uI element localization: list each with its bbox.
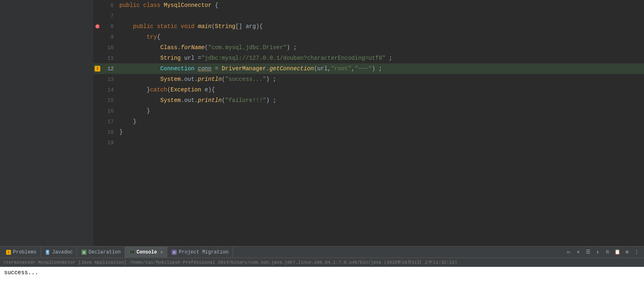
breakpoint-area-12: ! (93, 66, 102, 72)
left-sidebar (0, 0, 93, 246)
line-content-16[interactable]: } (118, 108, 644, 114)
copy-button[interactable]: ⎘ (603, 248, 612, 256)
console-icon: >_ (129, 249, 135, 255)
line-number-11: 11 (102, 55, 118, 61)
table-row: 6 public class MysqlConnector { (93, 0, 644, 11)
tab-console-close[interactable]: ✕ (160, 249, 163, 255)
more-button[interactable]: ⋮ (633, 248, 641, 256)
line-number-15: 15 (102, 98, 118, 104)
table-row: 7 (93, 11, 644, 21)
line-number-14: 14 (102, 87, 118, 93)
line-number-10: 10 (102, 45, 118, 51)
minimize-button[interactable]: ▭ (564, 248, 573, 256)
svg-text:M: M (173, 251, 175, 254)
tab-problems-label: Problems (13, 249, 37, 255)
tab-declaration-label: Declaration (89, 249, 121, 255)
svg-text:D: D (83, 251, 85, 254)
table-row: 19 (93, 137, 644, 148)
tab-problems[interactable]: ! Problems (2, 247, 41, 258)
table-row: 9 try{ (93, 32, 644, 42)
line-content-17[interactable]: } (118, 118, 644, 125)
line-content-14[interactable]: }catch(Exception e){ (118, 87, 644, 93)
line-number-6: 6 (102, 2, 118, 9)
warning-icon: ! (6, 249, 11, 255)
line-number-17: 17 (102, 119, 118, 125)
console-output[interactable]: success... (0, 267, 644, 299)
table-row: 18 } (93, 127, 644, 137)
stop-button[interactable]: ✕ (574, 248, 582, 256)
line-content-6[interactable]: public class MysqlConnector { (118, 2, 644, 9)
tab-declaration[interactable]: D Declaration (77, 247, 125, 258)
tab-migration-label: Project Migration (179, 249, 228, 255)
svg-text:!: ! (7, 251, 9, 255)
line-number-13: 13 (102, 76, 118, 82)
table-row: 8 public static void main(String[] arg){ (93, 21, 644, 32)
line-content-8[interactable]: public static void main(String[] arg){ (118, 23, 644, 30)
breakpoint-area-8 (93, 24, 102, 28)
line-number-7: 7 (102, 13, 118, 19)
scroll-lock-button[interactable]: ⇕ (594, 248, 602, 256)
tab-console[interactable]: >_ Console ✕ (125, 247, 167, 258)
paste-button[interactable]: 📋 (613, 248, 621, 256)
line-number-12: 12 (102, 66, 118, 72)
settings-button[interactable]: ⚙ (623, 248, 631, 256)
bottom-panel: ! Problems Javadoc D Declaration >_ (0, 246, 644, 299)
line-content-12[interactable]: Connection conn = DriverManager.getConne… (118, 65, 644, 72)
console-output-text: success... (4, 269, 38, 276)
javadoc-icon (45, 249, 51, 255)
table-row: 16 } (93, 106, 644, 116)
line-content-10[interactable]: Class.forName("com.mysql.jdbc.Driver") ; (118, 44, 644, 51)
table-row: 13 System.out.println("success...") ; (93, 74, 644, 84)
table-row: 15 System.out.println("failure!!!") ; (93, 95, 644, 106)
tabs-bar: ! Problems Javadoc D Declaration >_ (0, 247, 644, 258)
svg-text:>_: >_ (130, 251, 134, 254)
line-number-16: 16 (102, 108, 118, 114)
line-number-18: 18 (102, 129, 118, 135)
tab-console-label: Console (136, 249, 157, 255)
breakpoint-dot-8 (95, 24, 99, 28)
clear-button[interactable]: ☰ (584, 248, 592, 256)
line-content-18[interactable]: } (118, 129, 644, 135)
table-row: 10 Class.forName("com.mysql.jdbc.Driver"… (93, 42, 644, 53)
tabs-right-buttons: ▭ ✕ ☰ ⇕ ⎘ 📋 ⚙ ⋮ (564, 248, 642, 256)
svg-rect-2 (46, 250, 49, 255)
line-content-9[interactable]: try{ (118, 34, 644, 40)
line-content-11[interactable]: String url ="jdbc:mysql://127.0.0.1/doub… (118, 55, 644, 61)
migrate-icon: M (171, 249, 177, 255)
console-header: <terminated> MysqlConnector [Java Applic… (0, 258, 644, 267)
line-content-13[interactable]: System.out.println("success...") ; (118, 76, 644, 82)
table-row: 17 } (93, 116, 644, 127)
warning-dot-12: ! (95, 66, 100, 72)
table-row: 14 }catch(Exception e){ (93, 84, 644, 95)
table-row: 11 String url ="jdbc:mysql://127.0.0.1/d… (93, 53, 644, 63)
tab-migration[interactable]: M Project Migration (167, 247, 233, 258)
table-row: ! 12 Connection conn = DriverManager.get… (93, 63, 644, 74)
code-container[interactable]: 6 public class MysqlConnector { 7 8 publ… (93, 0, 644, 246)
line-number-9: 9 (102, 34, 118, 40)
line-number-19: 19 (102, 140, 118, 146)
line-number-8: 8 (102, 24, 118, 30)
code-lines: 6 public class MysqlConnector { 7 8 publ… (93, 0, 644, 148)
declaration-icon: D (81, 249, 87, 255)
line-content-15[interactable]: System.out.println("failure!!!") ; (118, 97, 644, 104)
tab-javadoc[interactable]: Javadoc (41, 247, 77, 258)
tab-javadoc-label: Javadoc (52, 249, 73, 255)
editor-area: 6 public class MysqlConnector { 7 8 publ… (0, 0, 644, 246)
